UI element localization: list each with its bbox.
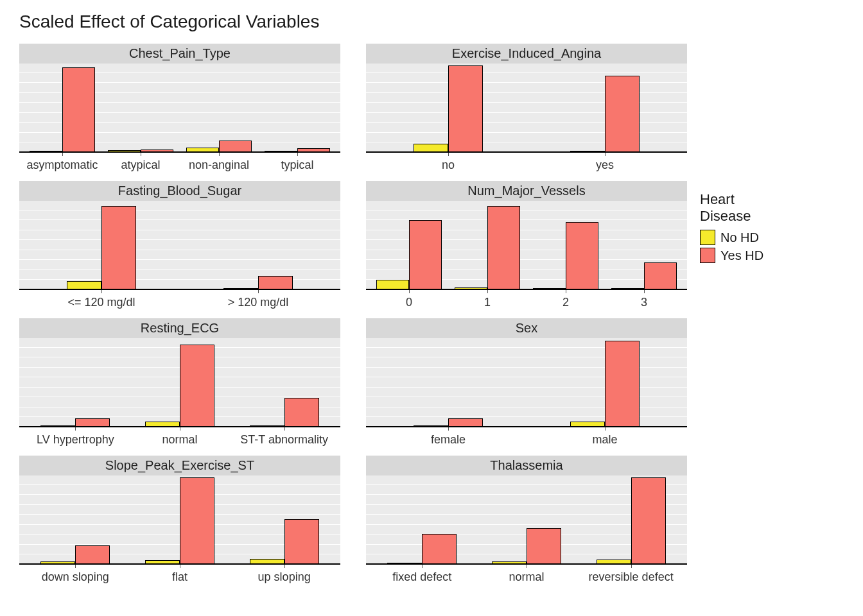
bar-yes <box>605 341 640 427</box>
facet-strip-label: Sex <box>366 318 687 338</box>
x-category-label: up sloping <box>232 570 336 584</box>
bar-group <box>527 76 683 153</box>
bar-yes <box>422 534 457 565</box>
bar-group <box>579 477 683 565</box>
bar-group <box>527 341 683 427</box>
facet-strip-label: Resting_ECG <box>19 318 340 338</box>
chart-layout: Chest_Pain_Typeasymptomaticatypicalnon-a… <box>19 44 855 584</box>
plot-area <box>366 64 687 153</box>
facet-panel: Num_Major_Vessels0123 <box>366 181 687 309</box>
facet-strip-label: Fasting_Blood_Sugar <box>19 181 340 201</box>
x-category-label: ST-T abnormality <box>232 433 336 447</box>
x-category-label: asymptomatic <box>23 158 101 172</box>
facet-strip-label: Exercise_Induced_Angina <box>366 44 687 64</box>
bar-group <box>370 220 448 290</box>
x-category-label: <= 120 mg/dl <box>23 296 180 309</box>
x-category-label: normal <box>475 570 579 584</box>
facet-panel: Slope_Peak_Exercise_STdown slopingflatup… <box>19 456 340 584</box>
x-category-label: down sloping <box>23 570 128 584</box>
x-category-label: male <box>527 433 683 447</box>
bar-yes <box>487 206 520 290</box>
bar-group <box>232 398 336 427</box>
bar-yes <box>631 477 666 565</box>
facet-strip-label: Chest_Pain_Type <box>19 44 340 64</box>
plot-area <box>19 64 340 153</box>
x-axis: asymptomaticatypicalnon-anginaltypical <box>19 156 340 172</box>
x-category-label: non-anginal <box>180 158 258 172</box>
bar-yes <box>566 222 598 290</box>
plot-area <box>366 201 687 290</box>
bar-yes <box>605 76 640 153</box>
plot-area <box>366 338 687 427</box>
legend-item-yes: Yes HD <box>700 248 763 263</box>
facet-panel: Resting_ECGLV hypertrophynormalST-T abno… <box>19 318 340 447</box>
x-category-label: 3 <box>605 296 683 309</box>
page-title: Scaled Effect of Categorical Variables <box>19 12 855 32</box>
facet-grid: Chest_Pain_Typeasymptomaticatypicalnon-a… <box>19 44 687 584</box>
x-category-label: atypical <box>101 158 180 172</box>
facet-panel: Chest_Pain_Typeasymptomaticatypicalnon-a… <box>19 44 340 172</box>
bar-group <box>475 528 579 565</box>
legend-title: Heart Disease <box>700 191 763 225</box>
x-category-label: yes <box>527 158 683 172</box>
facet-strip-label: Slope_Peak_Exercise_ST <box>19 456 340 475</box>
legend-label-no: No HD <box>720 230 759 245</box>
bar-group <box>370 65 527 153</box>
bar-group <box>605 262 683 291</box>
bar-yes <box>101 206 136 290</box>
bar-group <box>180 276 336 290</box>
plot-area <box>19 475 340 565</box>
bar-yes <box>284 519 319 565</box>
x-category-label: reversible defect <box>579 570 683 584</box>
x-category-label: female <box>370 433 527 447</box>
bar-yes <box>284 398 319 427</box>
bar-group <box>128 345 232 427</box>
legend-item-no: No HD <box>700 230 763 245</box>
bar-yes <box>180 477 214 565</box>
bar-group <box>23 67 101 153</box>
facet-panel: Sexfemalemale <box>366 318 687 447</box>
swatch-yes-hd <box>700 248 715 263</box>
bar-group <box>232 519 336 565</box>
x-category-label: 0 <box>370 296 448 309</box>
bar-yes <box>527 528 561 565</box>
swatch-no-hd <box>700 230 715 245</box>
plot-area <box>19 338 340 427</box>
facet-panel: Thalassemiafixed defectnormalreversible … <box>366 456 687 584</box>
x-category-label: fixed defect <box>370 570 475 584</box>
bar-yes <box>448 65 483 153</box>
x-category-label: LV hypertrophy <box>23 433 128 447</box>
facet-panel: Exercise_Induced_Anginanoyes <box>366 44 687 172</box>
x-axis: <= 120 mg/dl> 120 mg/dl <box>19 293 340 309</box>
bar-group <box>23 545 128 565</box>
bar-yes <box>644 262 677 291</box>
bar-group <box>370 534 475 565</box>
plot-area <box>19 201 340 290</box>
x-axis: LV hypertrophynormalST-T abnormality <box>19 431 340 447</box>
x-axis: noyes <box>366 156 687 172</box>
bar-yes <box>180 345 214 427</box>
bar-group <box>23 206 180 290</box>
bar-yes <box>62 67 95 153</box>
legend-title-line2: Disease <box>700 208 751 224</box>
legend: Heart Disease No HD Yes HD <box>700 191 763 584</box>
x-category-label: 1 <box>448 296 527 309</box>
x-category-label: normal <box>128 433 232 447</box>
x-axis: fixed defectnormalreversible defect <box>366 568 687 584</box>
facet-strip-label: Thalassemia <box>366 456 687 475</box>
x-axis: down slopingflatup sloping <box>19 568 340 584</box>
x-category-label: > 120 mg/dl <box>180 296 336 309</box>
facet-strip-label: Num_Major_Vessels <box>366 181 687 201</box>
x-axis: femalemale <box>366 431 687 447</box>
bar-group <box>448 206 527 290</box>
bar-yes <box>258 276 293 290</box>
legend-title-line1: Heart <box>700 191 735 207</box>
bar-yes <box>75 545 110 565</box>
x-category-label: typical <box>258 158 336 172</box>
facet-panel: Fasting_Blood_Sugar<= 120 mg/dl> 120 mg/… <box>19 181 340 309</box>
x-category-label: 2 <box>527 296 605 309</box>
x-category-label: no <box>370 158 527 172</box>
legend-label-yes: Yes HD <box>720 248 763 263</box>
bar-yes <box>409 220 442 290</box>
bar-group <box>527 222 605 290</box>
